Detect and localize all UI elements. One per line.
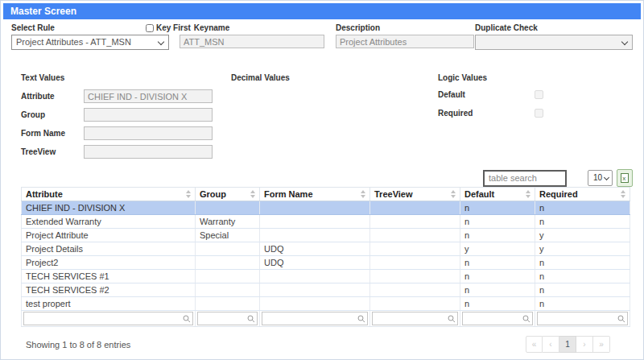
- form-name-field[interactable]: [84, 126, 213, 140]
- filter-form-name-input[interactable]: [262, 312, 368, 325]
- cell-group: [196, 256, 260, 270]
- cell-required: n: [535, 297, 630, 311]
- cell-default: n: [460, 297, 535, 311]
- sort-icon: [451, 190, 456, 198]
- sort-icon: [621, 190, 626, 198]
- table-row[interactable]: TECH SERVICES #2 n n: [22, 283, 630, 297]
- cell-group: [196, 297, 260, 311]
- column-header-default[interactable]: Default: [460, 188, 535, 201]
- cell-attribute: Project Details: [22, 242, 196, 256]
- cell-required: y: [535, 242, 630, 256]
- key-first-checkbox[interactable]: [146, 24, 154, 32]
- cell-group: Special: [196, 229, 260, 242]
- logic-values-section: Logic Values Default Required: [438, 73, 633, 163]
- description-label: Description: [336, 23, 474, 33]
- pagination-prev-button[interactable]: ‹: [543, 336, 559, 353]
- column-header-attribute[interactable]: Attribute: [22, 188, 196, 201]
- cell-group: [196, 201, 260, 215]
- default-checkbox[interactable]: [535, 90, 543, 99]
- table-row[interactable]: TECH SERVICES #1 n n: [22, 270, 630, 283]
- cell-required: y: [535, 229, 630, 242]
- cell-required: n: [535, 201, 630, 215]
- search-icon: [448, 315, 456, 323]
- column-header-required[interactable]: Required: [535, 188, 630, 201]
- duplicate-check-dropdown[interactable]: [475, 35, 633, 50]
- cell-default: n: [460, 283, 535, 297]
- table-header-row: Attribute Group Form Name TreeView Defau…: [22, 188, 630, 201]
- cell-attribute: Project Attribute: [22, 229, 196, 242]
- filter-required-input[interactable]: [537, 312, 628, 325]
- duplicate-check-label: Duplicate Check: [475, 23, 633, 33]
- column-header-form-name[interactable]: Form Name: [260, 188, 370, 201]
- pagination-last-button[interactable]: »: [593, 336, 610, 353]
- sort-icon: [526, 190, 531, 198]
- text-values-section: Text Values Attribute Group Form Name Tr…: [21, 73, 231, 163]
- excel-export-button[interactable]: x: [617, 169, 633, 187]
- cell-required: n: [535, 270, 630, 283]
- table-body: CHIEF IND - DIVISION X n n Extended Warr…: [22, 201, 630, 311]
- chevron-down-icon: [621, 39, 628, 45]
- group-label: Group: [21, 110, 84, 120]
- filter-treeview-input[interactable]: [372, 312, 458, 325]
- form-name-label: Form Name: [21, 128, 84, 139]
- filter-attribute-input[interactable]: [23, 312, 193, 325]
- cell-form-name: UDQ: [260, 242, 370, 256]
- required-label: Required: [438, 108, 535, 118]
- search-icon: [522, 315, 530, 323]
- table-row[interactable]: Project Attribute Special n y: [22, 229, 630, 242]
- decimal-values-title: Decimal Values: [231, 73, 438, 82]
- required-checkbox[interactable]: [535, 109, 543, 118]
- cell-treeview: [370, 283, 460, 297]
- page-size-value: 10: [593, 173, 602, 182]
- cell-required: n: [535, 283, 630, 297]
- table-footer: Showing 1 to 8 of 8 entries « ‹ 1 › »: [3, 327, 641, 353]
- table-search-input[interactable]: [483, 170, 567, 187]
- search-icon: [183, 315, 191, 323]
- table-row[interactable]: Project2 UDQ n n: [22, 256, 630, 270]
- cell-default: n: [460, 229, 535, 242]
- chevron-down-icon: [158, 39, 164, 45]
- cell-form-name: [260, 229, 370, 242]
- keyname-label: Keyname: [194, 23, 229, 33]
- cell-form-name: [260, 283, 370, 297]
- cell-default: n: [460, 215, 535, 229]
- cell-required: n: [535, 215, 630, 229]
- table-row[interactable]: CHIEF IND - DIVISION X n n: [22, 201, 630, 215]
- keyname-field[interactable]: [180, 35, 324, 48]
- column-header-treeview[interactable]: TreeView: [370, 188, 460, 201]
- column-header-group[interactable]: Group: [196, 188, 260, 201]
- cell-default: n: [460, 201, 535, 215]
- table-row[interactable]: test propert n n: [22, 297, 630, 311]
- svg-text:x: x: [622, 175, 625, 182]
- page-size-select[interactable]: 10: [588, 170, 613, 186]
- cell-required: n: [535, 256, 630, 270]
- pagination-page-1-button[interactable]: 1: [559, 336, 576, 353]
- cell-attribute: CHIEF IND - DIVISION X: [22, 201, 196, 215]
- cell-form-name: [260, 201, 370, 215]
- description-field[interactable]: [336, 35, 474, 48]
- master-screen-page: Master Screen Select Rule Project Attrib…: [0, 0, 644, 360]
- cell-group: [196, 283, 260, 297]
- cell-default: n: [460, 270, 535, 283]
- cell-treeview: [370, 256, 460, 270]
- pagination-first-button[interactable]: «: [526, 336, 543, 353]
- showing-entries-text: Showing 1 to 8 of 8 entries: [26, 340, 130, 350]
- cell-group: [196, 242, 260, 256]
- group-field[interactable]: [84, 108, 213, 122]
- table-row[interactable]: Extended Warranty Warranty n n: [22, 215, 630, 229]
- select-rule-dropdown[interactable]: Project Attributes - ATT_MSN: [11, 35, 169, 50]
- cell-default: n: [460, 256, 535, 270]
- cell-form-name: [260, 215, 370, 229]
- treeview-field[interactable]: [84, 145, 213, 159]
- search-icon: [357, 315, 365, 323]
- top-form-row: Select Rule Project Attributes - ATT_MSN…: [3, 19, 641, 50]
- excel-export-icon: x: [621, 173, 629, 183]
- treeview-label: TreeView: [21, 147, 84, 157]
- text-values-title: Text Values: [21, 73, 231, 82]
- pagination-next-button[interactable]: ›: [576, 336, 593, 353]
- attribute-field[interactable]: [84, 89, 213, 103]
- table-row[interactable]: Project Details UDQ y y: [22, 242, 630, 256]
- column-filter-row: [22, 311, 630, 327]
- cell-form-name: [260, 297, 370, 311]
- default-label: Default: [438, 89, 535, 100]
